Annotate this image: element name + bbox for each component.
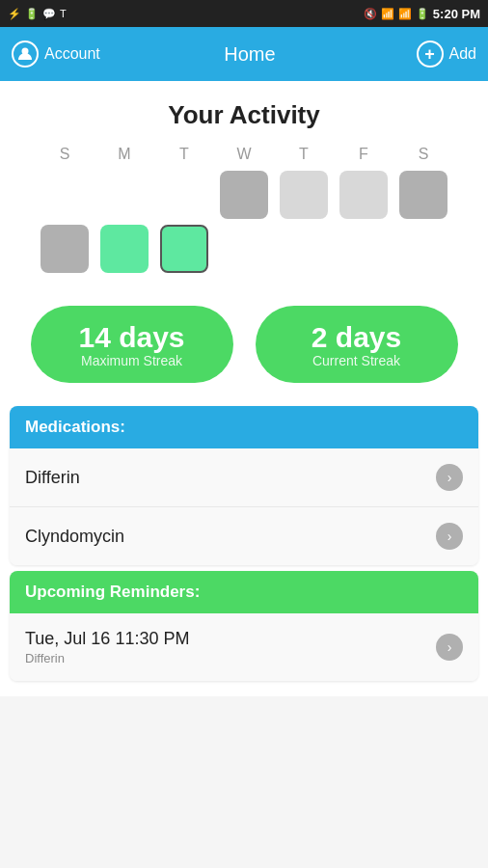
current-streak-bubble: 2 days Current Streak bbox=[256, 306, 458, 383]
account-label: Account bbox=[44, 45, 100, 63]
cal-cell-light-2 bbox=[339, 171, 388, 219]
medication-name-differin: Differin bbox=[25, 468, 80, 488]
medications-header: Medications: bbox=[10, 406, 478, 448]
reminder-datetime: Tue, Jul 16 11:30 PM bbox=[25, 629, 189, 649]
add-label: Add bbox=[449, 45, 476, 63]
streak-section: 14 days Maximum Streak 2 days Current St… bbox=[0, 288, 488, 400]
wifi-icon: 📶 bbox=[381, 8, 394, 20]
day-headers: S M T W T F S bbox=[35, 146, 453, 163]
chevron-right-icon-clyndomycin: › bbox=[436, 523, 463, 550]
day-header-t2: T bbox=[280, 146, 328, 163]
calendar-row-1 bbox=[35, 171, 453, 219]
status-icons-right: 🔇 📶 📶 🔋 5:20 PM bbox=[364, 7, 480, 21]
max-streak-label: Maximum Streak bbox=[81, 353, 182, 368]
battery-small-icon: 🔋 bbox=[25, 8, 39, 20]
add-icon: + bbox=[417, 41, 444, 68]
day-header-s2: S bbox=[399, 146, 447, 163]
current-streak-label: Current Streak bbox=[312, 353, 400, 368]
cal-cell-empty-2 bbox=[100, 171, 149, 219]
status-time: 5:20 PM bbox=[433, 7, 480, 21]
medications-card: Medications: Differin › Clyndomycin › bbox=[10, 406, 478, 565]
chevron-right-icon-differin: › bbox=[436, 464, 463, 491]
reminders-card: Upcoming Reminders: Tue, Jul 16 11:30 PM… bbox=[10, 571, 478, 681]
max-streak-bubble: 14 days Maximum Streak bbox=[31, 306, 233, 383]
medication-item-clyndomycin[interactable]: Clyndomycin › bbox=[10, 507, 478, 565]
medication-name-clyndomycin: Clyndomycin bbox=[25, 527, 124, 547]
day-header-s1: S bbox=[41, 146, 89, 163]
chat-icon: 💬 bbox=[42, 8, 56, 20]
status-icons-left: ⚡ 🔋 💬 T bbox=[8, 8, 67, 20]
reminder-item-1[interactable]: Tue, Jul 16 11:30 PM Differin › bbox=[10, 613, 478, 681]
main-content: Your Activity S M T W T F S bbox=[0, 81, 488, 696]
account-button[interactable]: Account bbox=[12, 41, 100, 68]
battery-icon: 🔋 bbox=[416, 8, 429, 20]
cal-cell-empty-6 bbox=[339, 225, 388, 273]
reminder-medication: Differin bbox=[25, 651, 189, 665]
cal-cell-empty-4 bbox=[220, 225, 268, 273]
max-streak-days: 14 days bbox=[78, 321, 184, 353]
cal-cell-empty-1 bbox=[41, 171, 89, 219]
cal-cell-light-1 bbox=[280, 171, 328, 219]
top-navigation: Account Home + Add bbox=[0, 27, 488, 81]
chevron-right-icon-reminder: › bbox=[436, 634, 463, 661]
reminders-header: Upcoming Reminders: bbox=[10, 571, 478, 613]
mute-icon: 🔇 bbox=[364, 8, 377, 20]
day-header-m: M bbox=[100, 146, 149, 163]
current-streak-days: 2 days bbox=[312, 321, 401, 353]
day-header-f: F bbox=[339, 146, 388, 163]
cal-cell-empty-7 bbox=[399, 225, 447, 273]
cal-cell-empty-5 bbox=[280, 225, 328, 273]
status-bar: ⚡ 🔋 💬 T 🔇 📶 📶 🔋 5:20 PM bbox=[0, 0, 488, 27]
cal-cell-gray-3 bbox=[41, 225, 89, 273]
cal-cell-green-outline bbox=[160, 225, 208, 273]
reminder-info: Tue, Jul 16 11:30 PM Differin bbox=[25, 629, 189, 665]
account-icon bbox=[12, 41, 39, 68]
usb-icon: ⚡ bbox=[8, 8, 21, 20]
activity-title: Your Activity bbox=[15, 100, 473, 130]
add-button[interactable]: + Add bbox=[399, 41, 476, 68]
day-header-w: W bbox=[220, 146, 268, 163]
day-header-t1: T bbox=[160, 146, 208, 163]
cal-cell-green-1 bbox=[100, 225, 149, 273]
cal-cell-gray-2 bbox=[399, 171, 447, 219]
cal-cell-empty-3 bbox=[160, 171, 208, 219]
cal-cell-gray-1 bbox=[220, 171, 268, 219]
signal-icon: 📶 bbox=[398, 8, 412, 20]
activity-section: Your Activity S M T W T F S bbox=[0, 81, 488, 288]
tmobile-icon: T bbox=[60, 8, 67, 19]
home-title: Home bbox=[224, 43, 275, 66]
calendar-row-2 bbox=[35, 225, 453, 273]
calendar-grid: S M T W T F S bbox=[15, 146, 473, 273]
medication-item-differin[interactable]: Differin › bbox=[10, 448, 478, 507]
